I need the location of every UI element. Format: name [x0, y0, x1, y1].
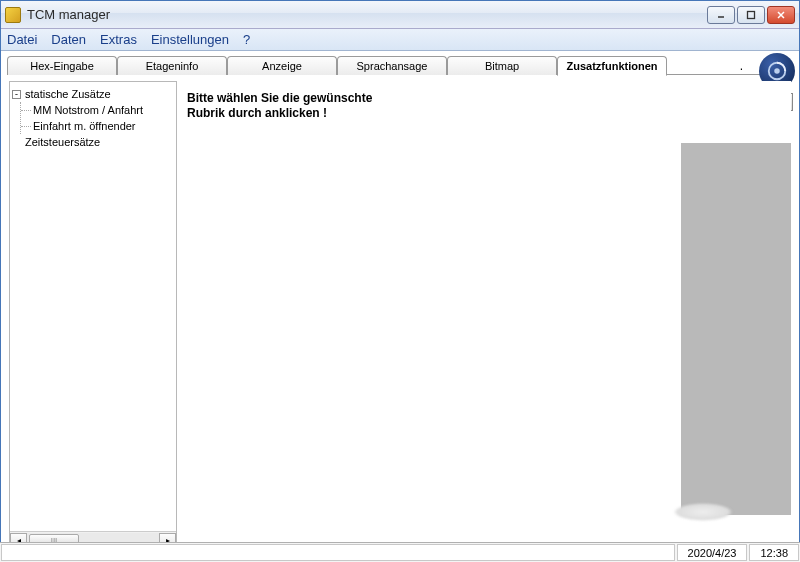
close-button[interactable]: [767, 6, 795, 24]
tree-panel: - statische Zusätze MM Notstrom / Anfahr…: [9, 81, 177, 549]
tree-node-label: Zeitsteuersätze: [25, 134, 100, 150]
tree-node-mm-notstrom[interactable]: MM Notstrom / Anfahrt: [21, 102, 174, 118]
tree-node-zeitsteuersaetze[interactable]: Zeitsteuersätze: [25, 134, 174, 150]
menu-daten[interactable]: Daten: [51, 32, 86, 47]
menu-help[interactable]: ?: [243, 32, 250, 47]
tree-node-statische-zusaetze[interactable]: - statische Zusätze: [12, 86, 174, 102]
right-sidebar: [681, 143, 791, 515]
titlebar: TCM manager: [1, 1, 799, 29]
tree-node-label: MM Notstrom / Anfahrt: [33, 102, 143, 118]
menu-einstellungen[interactable]: Einstellungen: [151, 32, 229, 47]
tree-node-label: statische Zusätze: [25, 86, 111, 102]
statusbar-spacer: [1, 544, 675, 561]
maximize-button[interactable]: [737, 6, 765, 24]
menubar: Datei Daten Extras Einstellungen ?: [1, 29, 799, 51]
svg-point-5: [774, 68, 780, 74]
tree-node-label: Einfahrt m. öffnender: [33, 118, 136, 134]
tab-sprachansage[interactable]: Sprachansage: [337, 56, 447, 75]
statusbar-date: 2020/4/23: [677, 544, 748, 561]
tab-bitmap[interactable]: Bitmap: [447, 56, 557, 75]
workspace: - statische Zusätze MM Notstrom / Anfahr…: [1, 75, 799, 555]
trailing-dot-label: .: [740, 59, 743, 73]
tree-node-einfahrt[interactable]: Einfahrt m. öffnender: [21, 118, 174, 134]
menu-extras[interactable]: Extras: [100, 32, 137, 47]
tab-zusatzfunktionen[interactable]: Zusatzfunktionen: [557, 56, 667, 76]
minimize-button[interactable]: [707, 6, 735, 24]
app-icon: [5, 7, 21, 23]
tab-anzeige[interactable]: Anzeige: [227, 56, 337, 75]
window-title: TCM manager: [27, 7, 707, 22]
svg-rect-1: [748, 11, 755, 18]
prompt-line-2: Rubrik durch anklicken !: [187, 106, 372, 121]
window-controls: [707, 6, 795, 24]
statusbar-time: 12:38: [749, 544, 799, 561]
prompt-line-1: Bitte wählen Sie die gewünschte: [187, 91, 372, 106]
statusbar: 2020/4/23 12:38: [0, 542, 800, 562]
content-prompt: Bitte wählen Sie die gewünschte Rubrik d…: [187, 91, 372, 121]
tab-etageninfo[interactable]: Etageninfo: [117, 56, 227, 75]
tabstrip: Hex-Eingabe Etageninfo Anzeige Sprachans…: [1, 51, 799, 75]
menu-datei[interactable]: Datei: [7, 32, 37, 47]
tab-hex-eingabe[interactable]: Hex-Eingabe: [7, 56, 117, 75]
tree-collapse-icon[interactable]: -: [12, 90, 21, 99]
